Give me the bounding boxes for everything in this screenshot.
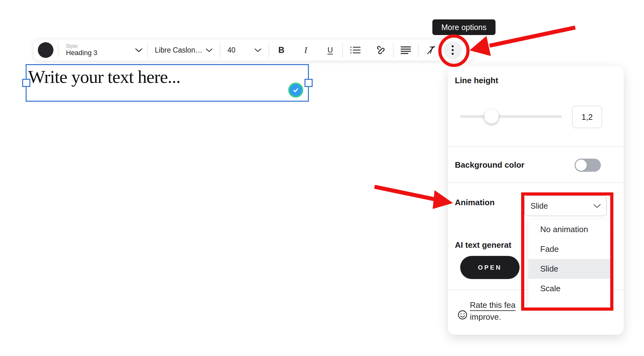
link-button[interactable] (368, 45, 393, 55)
line-height-slider-track[interactable] (460, 115, 562, 118)
smiley-icon (458, 310, 467, 320)
annotation-arrow-animation (375, 187, 453, 209)
toolbar-divider (147, 42, 148, 58)
animation-selected-value: Slide (531, 201, 593, 211)
text-color-swatch[interactable] (38, 42, 53, 58)
style-value: Heading 3 (66, 49, 97, 56)
font-chevron-icon (205, 48, 213, 53)
animation-select[interactable]: Slide (524, 196, 607, 216)
more-options-tooltip: More options (432, 19, 496, 35)
animation-dropdown-list: No animation Fade Slide Scale (528, 220, 610, 308)
font-family-dropdown[interactable]: Libre Caslon… (155, 46, 213, 54)
panel-divider (448, 182, 624, 183)
font-name: Libre Caslon… (155, 46, 202, 54)
rate-feature-link[interactable]: Rate this fea (470, 300, 516, 310)
page: Write your text here... Style: Heading 3… (0, 0, 644, 356)
resize-handle-left[interactable] (22, 79, 30, 87)
font-size-value: 40 (227, 46, 235, 54)
clear-formatting-button[interactable] (419, 45, 444, 55)
dropdown-option-no-animation[interactable]: No animation (528, 220, 610, 239)
dropdown-option-slide[interactable]: Slide (528, 259, 610, 279)
text-toolbar: Style: Heading 3 Libre Caslon… 40 B I U (34, 39, 473, 61)
clear-formatting-icon (426, 45, 436, 55)
line-height-slider-thumb[interactable] (484, 109, 499, 124)
dropdown-option-fade[interactable]: Fade (528, 239, 610, 259)
line-height-value-input[interactable]: 1,2 (572, 106, 602, 128)
resize-handle-right[interactable] (304, 79, 313, 87)
align-button[interactable] (394, 46, 418, 54)
bullet-list-icon (350, 46, 361, 54)
background-color-label: Background color (455, 160, 524, 170)
dropdown-option-scale[interactable]: Scale (528, 279, 610, 298)
toggle-knob[interactable] (576, 160, 587, 171)
line-height-label: Line height (455, 76, 498, 85)
font-size-dropdown[interactable]: 40 (227, 46, 262, 54)
style-dropdown[interactable]: Style: Heading 3 (66, 44, 97, 56)
align-icon (400, 46, 411, 54)
toolbar-divider (220, 42, 220, 58)
size-chevron-icon (254, 48, 262, 53)
italic-button[interactable]: I (294, 45, 318, 55)
panel-divider (448, 146, 624, 147)
ai-open-button[interactable]: OPEN (460, 256, 520, 279)
heading-text[interactable]: Write your text here... (28, 66, 180, 87)
toolbar-divider (58, 42, 58, 58)
style-label: Style: (66, 44, 97, 49)
select-chevron-icon (593, 203, 601, 208)
bold-button[interactable]: B (269, 45, 294, 55)
more-options-button[interactable] (444, 41, 462, 59)
link-icon (375, 45, 385, 55)
underline-button[interactable]: U (318, 46, 342, 54)
kebab-dots-icon (451, 45, 454, 55)
style-chevron-icon[interactable] (135, 48, 143, 53)
ai-text-generator-label: AI text generat (455, 240, 511, 250)
confirm-check-button[interactable] (288, 83, 303, 98)
check-icon (292, 87, 299, 94)
feedback-text: improve. (470, 312, 501, 322)
bullet-list-button[interactable] (343, 46, 368, 54)
animation-label: Animation (455, 198, 495, 207)
